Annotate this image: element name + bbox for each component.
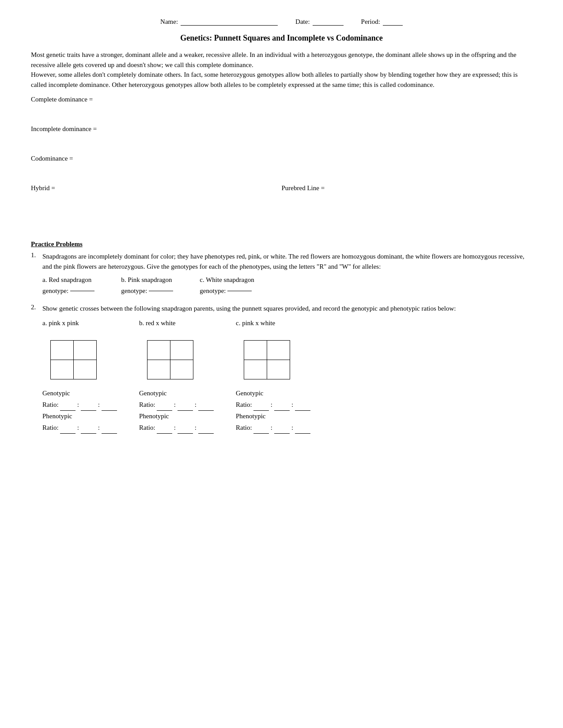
period-input <box>383 18 403 26</box>
date-input <box>313 18 344 26</box>
page-title: Genetics: Punnett Squares and Incomplete… <box>31 34 532 43</box>
ratio-blank2 <box>178 399 193 411</box>
punnett-cell <box>147 360 170 379</box>
ratio-blank5 <box>178 422 193 434</box>
ratio-blank4 <box>253 422 269 434</box>
problem-1-body: Snapdragons are incompletely dominant fo… <box>42 251 532 296</box>
snap-answer-a: a. Red snapdragon genotype: <box>42 275 94 296</box>
date-field: Date: <box>295 18 343 26</box>
ratio-label: Ratio: <box>139 399 155 411</box>
snap-c-label: c. White snapdragon <box>200 275 254 285</box>
punnett-c-label: c. pink x white <box>236 318 275 328</box>
snap-c-geno: genotype: <box>200 286 254 296</box>
punnett-c: c. pink x white <box>236 318 310 434</box>
punnett-cell <box>51 341 74 360</box>
ratio-blank4 <box>157 422 172 434</box>
hybrid-label: Hybrid = <box>31 184 282 192</box>
ratio-blank6 <box>102 422 117 434</box>
punnett-cell <box>51 360 74 379</box>
punnett-c-pheno-ratio: Ratio: : : <box>236 422 310 434</box>
punnett-cell <box>74 360 97 379</box>
complete-label: Complete dominance = <box>31 96 532 103</box>
ratio-blank3 <box>295 399 310 411</box>
purebred-col: Purebred Line = <box>282 184 533 214</box>
punnett-cell <box>74 341 97 360</box>
punnett-b-geno-ratio: Ratio: : : <box>139 399 214 411</box>
codominance-label: Codominance = <box>31 155 532 162</box>
ratio-blank4 <box>60 422 76 434</box>
punnett-cell <box>267 341 290 360</box>
punnett-cell <box>170 360 193 379</box>
ratio-blank3 <box>102 399 117 411</box>
ratio-blank5 <box>81 422 96 434</box>
snapdragon-answers: a. Red snapdragon genotype: b. Pink snap… <box>42 275 532 296</box>
ratio-blank1 <box>253 399 269 411</box>
ratio-blank5 <box>274 422 290 434</box>
punnett-b-grid <box>139 332 196 381</box>
punnett-a-grid <box>42 332 100 381</box>
punnett-b-genotypic-label: Genotypic <box>139 388 214 399</box>
ratio-label-p: Ratio: <box>42 422 59 434</box>
punnett-b-ratios: Genotypic Ratio: : : Phenotypic Ratio: <box>139 388 214 434</box>
snap-c-geno-blank <box>227 291 252 291</box>
practice-problems: Practice Problems 1. Snapdragons are inc… <box>31 240 532 434</box>
snap-b-geno-label: genotype: <box>121 286 147 296</box>
ratio-blank6 <box>295 422 310 434</box>
punnett-c-table <box>244 340 290 379</box>
table-row <box>147 341 193 360</box>
snap-answer-c: c. White snapdragon genotype: <box>200 275 254 296</box>
practice-title: Practice Problems <box>31 240 532 248</box>
snap-b-label: b. Pink snapdragon <box>121 275 173 285</box>
ratio-blank1 <box>157 399 172 411</box>
punnett-c-genotypic-label: Genotypic <box>236 388 310 399</box>
problem-2-num: 2. <box>31 304 39 434</box>
period-field: Period: <box>361 18 403 26</box>
ratio-blank3 <box>198 399 214 411</box>
punnett-cell <box>170 341 193 360</box>
intro-paragraph2: However, some alleles don't completely d… <box>31 70 532 90</box>
purebred-label: Purebred Line = <box>282 184 533 192</box>
problem-1-num: 1. <box>31 251 39 296</box>
snap-b-geno: genotype: <box>121 286 173 296</box>
punnett-b-label: b. red x white <box>139 318 175 328</box>
period-label: Period: <box>361 18 380 26</box>
problem-1: 1. Snapdragons are incompletely dominant… <box>31 251 532 296</box>
problem-2-text: Show genetic crosses between the followi… <box>42 304 532 314</box>
punnett-a-phenotypic-label: Phenotypic <box>42 411 117 422</box>
intro-paragraph1: Most genetic traits have a stronger, dom… <box>31 50 532 70</box>
punnett-cell <box>244 360 267 379</box>
hybrid-col: Hybrid = <box>31 184 282 214</box>
header: Name: Date: Period: <box>31 18 532 26</box>
incomplete-label: Incomplete dominance = <box>31 125 532 133</box>
snap-c-geno-label: genotype: <box>200 286 226 296</box>
snap-a-geno: genotype: <box>42 286 94 296</box>
punnett-c-grid <box>236 332 293 381</box>
punnett-crosses: a. pink x pink <box>42 318 532 434</box>
punnett-c-phenotypic-label: Phenotypic <box>236 411 310 422</box>
problem-2: 2. Show genetic crosses between the foll… <box>31 304 532 434</box>
date-label: Date: <box>295 18 310 26</box>
table-row <box>51 341 97 360</box>
problem-1-text: Snapdragons are incompletely dominant fo… <box>42 251 532 271</box>
hybrid-purebred-row: Hybrid = Purebred Line = <box>31 184 532 214</box>
punnett-cell <box>267 360 290 379</box>
punnett-a-pheno-ratio: Ratio: : : <box>42 422 117 434</box>
punnett-a-label: a. pink x pink <box>42 318 79 328</box>
ratio-label: Ratio: <box>42 399 59 411</box>
punnett-cell <box>147 341 170 360</box>
ratio-blank1 <box>60 399 76 411</box>
snap-a-geno-label: genotype: <box>42 286 68 296</box>
table-row <box>244 360 290 379</box>
punnett-b: b. red x white <box>139 318 214 434</box>
punnett-c-ratios: Genotypic Ratio: : : Phenotypic Ratio: <box>236 388 310 434</box>
snap-a-label: a. Red snapdragon <box>42 275 94 285</box>
table-row <box>51 360 97 379</box>
snap-b-geno-blank <box>149 291 173 291</box>
name-field: Name: <box>160 18 278 26</box>
snap-answer-b: b. Pink snapdragon genotype: <box>121 275 173 296</box>
name-input <box>181 18 278 26</box>
punnett-a: a. pink x pink <box>42 318 117 434</box>
ratio-blank6 <box>198 422 214 434</box>
punnett-b-pheno-ratio: Ratio: : : <box>139 422 214 434</box>
complete-dominance-def: Complete dominance = <box>31 96 532 103</box>
